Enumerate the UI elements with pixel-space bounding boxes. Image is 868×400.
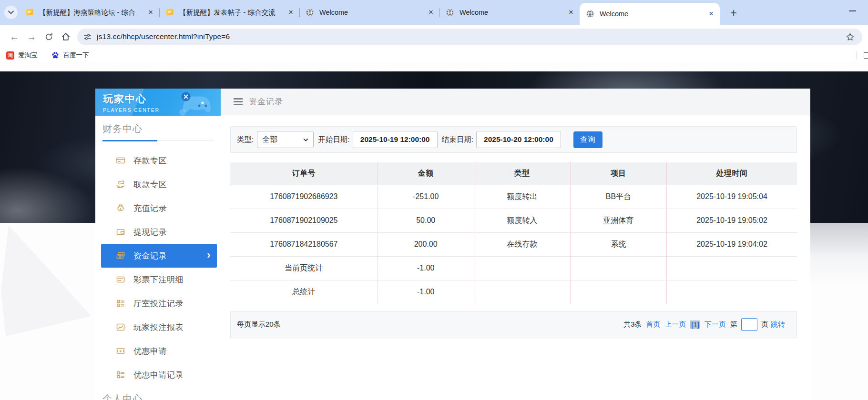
tab-close-icon[interactable]: ×	[145, 7, 156, 18]
browser-tab-4[interactable]: Welcome×	[439, 0, 580, 25]
baidu-paw-icon	[51, 51, 60, 60]
tab-close-icon[interactable]: ×	[565, 7, 577, 18]
reload-icon	[44, 32, 53, 41]
bookmark-baidu[interactable]: 百度一下	[51, 51, 89, 60]
window-controls	[845, 0, 859, 22]
sidebar-item-3[interactable]: ¥充值记录	[95, 196, 221, 220]
webpage: 玩家中心 PLAYERS CENTER 财务中心 存款专区取款专区¥充值记录提现…	[0, 62, 868, 400]
sidebar-item-label: 优惠申请	[133, 346, 167, 357]
sidebar-menu: 存款专区取款专区¥充值记录提现记录资金记录›彩票下注明细厅室投注记录玩家投注报表…	[95, 149, 221, 387]
table-cell: 额度转出	[474, 185, 570, 209]
jump-button[interactable]: 跳转	[771, 320, 785, 329]
browser-tab-2[interactable]: 【新提醒】发表帖子 - 综合交流×	[159, 0, 299, 25]
current-page-indicator: [1]	[690, 320, 700, 329]
sidebar-item-2[interactable]: 取款专区	[95, 172, 221, 196]
column-header: 金额	[378, 162, 474, 185]
hamburger-icon[interactable]	[234, 98, 243, 105]
tab-strip-tabs: 【新提醒】海燕策略论坛 - 综合×【新提醒】发表帖子 - 综合交流×Welcom…	[19, 0, 720, 25]
table-cell	[667, 280, 797, 304]
records-table-body: 1760871902686923-251.00额度转出BB平台2025-10-1…	[230, 185, 797, 304]
globe-favicon-icon	[305, 8, 314, 17]
sidebar-item-label: 提现记录	[133, 227, 167, 238]
table-cell: 亚洲体育	[570, 209, 666, 232]
coupon-icon: ¥	[116, 346, 125, 356]
globe-favicon-icon	[445, 8, 454, 17]
tab-strip: 【新提醒】海燕策略论坛 - 综合×【新提醒】发表帖子 - 综合交流×Welcom…	[0, 0, 868, 25]
gamepad-icon	[171, 90, 219, 116]
address-bar[interactable]: js13.cc/hhcp/usercenter.html?iniType=6	[77, 29, 862, 45]
sidebar-item-9[interactable]: ¥优惠申请	[95, 339, 221, 363]
next-page-link[interactable]: 下一页	[705, 320, 726, 329]
finance-section-title: 财务中心	[102, 123, 143, 134]
type-select-value: 全部	[262, 135, 277, 145]
banknotes-icon	[116, 251, 125, 260]
table-cell: 1760871902109025	[230, 209, 378, 232]
tab-close-icon[interactable]: ×	[425, 7, 437, 18]
column-header: 项目	[570, 162, 666, 185]
home-button[interactable]	[57, 28, 74, 45]
sidebar-item-6[interactable]: 彩票下注明细	[95, 268, 221, 291]
end-date-input[interactable]	[476, 131, 561, 148]
sidebar-item-5[interactable]: 资金记录›	[101, 244, 217, 268]
sidebar-item-4[interactable]: 提现记录	[95, 220, 221, 244]
taobao-icon: 淘	[6, 51, 14, 60]
sidebar-item-label: 资金记录	[133, 250, 167, 261]
jump-page-input[interactable]	[741, 318, 757, 331]
page-size-text: 每页显示20条	[237, 320, 281, 329]
table-cell: BB平台	[570, 185, 666, 209]
divider	[857, 51, 857, 59]
column-header: 订单号	[230, 162, 378, 185]
start-date-input[interactable]	[353, 131, 438, 148]
sidebar-item-label: 玩家投注报表	[133, 322, 184, 333]
svg-text:¥: ¥	[120, 349, 122, 353]
bookmarks-bar-right	[857, 49, 868, 62]
tab-close-icon[interactable]: ×	[285, 7, 296, 18]
table-cell	[667, 256, 797, 280]
finance-section-header: 财务中心	[102, 122, 214, 141]
browser-tab-3[interactable]: Welcome×	[299, 0, 439, 25]
bookmark-star-button[interactable]	[844, 30, 856, 43]
table-cell	[474, 280, 570, 304]
sidebar-item-8[interactable]: 玩家投注报表	[95, 315, 221, 339]
main-content: 资金记录 类型: 全部 开始日期: 结束日期: 查询 订单号金额类型项目处理时间	[221, 89, 810, 400]
table-cell: 1760871902686923	[230, 185, 378, 209]
reload-button[interactable]	[40, 28, 57, 45]
tab-title: Welcome	[600, 10, 703, 18]
table-cell: 额度转入	[474, 209, 570, 232]
back-button[interactable]: ←	[6, 28, 23, 45]
deposit-card-icon	[116, 156, 125, 165]
forward-button[interactable]: →	[23, 28, 40, 45]
url-text: js13.cc/hhcp/usercenter.html?iniType=6	[97, 32, 844, 41]
table-cell: 总统计	[230, 280, 378, 304]
sidebar-item-7[interactable]: 厅室投注记录	[95, 291, 221, 315]
tab-title: 【新提醒】发表帖子 - 综合交流	[179, 8, 282, 17]
sidebar-item-1[interactable]: 存款专区	[95, 149, 221, 172]
browser-tab-1[interactable]: 【新提醒】海燕策略论坛 - 综合×	[19, 0, 159, 25]
records-table-wrap: 订单号金额类型项目处理时间 1760871902686923-251.00额度转…	[230, 162, 797, 304]
chevron-right-icon: ›	[207, 249, 211, 261]
chart-icon	[116, 322, 125, 332]
tab-search-button[interactable]	[4, 6, 18, 19]
first-page-link[interactable]: 首页	[646, 320, 660, 329]
type-select[interactable]: 全部	[257, 131, 314, 148]
search-button[interactable]: 查询	[573, 131, 602, 148]
pagination-controls: 共3条 首页 上一页 [1] 下一页 第 页 跳转	[623, 318, 785, 331]
table-cell: -1.00	[378, 280, 474, 304]
sidebar-item-10[interactable]: 优惠申请记录	[95, 363, 221, 387]
tab-title: 【新提醒】海燕策略论坛 - 综合	[39, 8, 142, 17]
background-triangle	[0, 221, 95, 348]
jump-label-post: 页	[761, 320, 768, 329]
minimize-button[interactable]	[845, 4, 859, 18]
browser-tab-5[interactable]: Welcome×	[580, 3, 720, 25]
column-header: 类型	[474, 162, 570, 185]
new-tab-button[interactable]: +	[726, 6, 741, 20]
sidebar-item-label: 优惠申请记录	[133, 370, 184, 380]
table-cell: 2025-10-19 19:04:02	[667, 232, 797, 256]
personal-section-title: 个人中心	[102, 392, 214, 400]
prev-page-link[interactable]: 上一页	[664, 320, 686, 329]
svg-text:¥: ¥	[120, 207, 122, 210]
bookmark-taobao[interactable]: 淘 爱淘宝	[6, 51, 38, 60]
folder-icon[interactable]	[864, 52, 868, 59]
browser-toolbar: ← → js13.cc/hhcp/usercenter.html?iniType…	[0, 25, 868, 49]
tab-close-icon[interactable]: ×	[705, 8, 717, 20]
